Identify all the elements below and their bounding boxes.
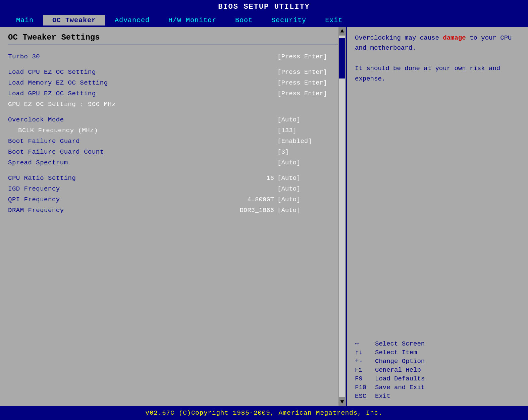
nav-item-boot[interactable]: Boot [226,15,262,25]
key-symbol-f9: F9 [355,375,375,382]
setting-label-gpu-ez-oc: GPU EZ OC Setting : 900 MHz [8,101,338,108]
panel-title: OC Tweaker Settings [8,33,338,42]
key-symbol-plusminus: +- [355,358,375,365]
key-desc-load-defaults: Load Defaults [375,375,425,382]
bios-screen: BIOS SETUP UTILITY Main OC Tweaker Advan… [0,0,528,420]
setting-value-boot-failure-guard: [Enabled] [277,138,338,145]
scrollbar[interactable]: ▲ ▼ [338,27,346,406]
key-desc-change-option: Change Option [375,358,425,365]
setting-load-gpu-ez[interactable]: Load GPU EZ OC Setting [Press Enter] [8,88,338,99]
setting-value-cpu-ratio: [Auto] [277,174,338,182]
nav-item-hw-monitor[interactable]: H/W Monitor [159,15,226,25]
setting-value-boot-failure-count: [3] [277,148,338,156]
setting-value-igd-freq: [Auto] [277,185,338,193]
setting-value-load-gpu-ez: [Press Enter] [277,90,338,97]
nav-item-advanced[interactable]: Advanced [105,15,159,25]
scrollbar-arrow-down[interactable]: ▼ [340,398,344,406]
key-desc-save-exit: Save and Exit [375,384,425,391]
setting-label-bclk-freq: BCLK Frequency (MHz) [8,127,277,134]
key-row-f1: F1 General Help [355,366,520,374]
nav-bar: Main OC Tweaker Advanced H/W Monitor Boo… [0,14,528,27]
setting-extra-cpu-ratio: 16 [251,174,277,182]
key-symbol-arrows-lr: ↔ [355,340,375,348]
setting-label-overclock-mode: Overclock Mode [8,116,277,123]
setting-label-load-mem-ez: Load Memory EZ OC Setting [8,79,277,87]
setting-turbo30[interactable]: Turbo 30 [Press Enter] [8,51,338,62]
help-line-1: Overclocking may cause [355,34,443,42]
spacer-1 [8,62,338,67]
setting-igd-freq[interactable]: IGD Frequency [Auto] [8,183,338,194]
right-panel: Overclocking may cause damage to your CP… [347,27,528,406]
setting-gpu-ez-oc: GPU EZ OC Setting : 900 MHz [8,99,338,110]
setting-overclock-mode[interactable]: Overclock Mode [Auto] [8,114,338,125]
main-content: OC Tweaker Settings Turbo 30 [Press Ente… [0,27,528,406]
key-row-select-screen: ↔ Select Screen [355,340,520,348]
setting-label-spread-spectrum: Spread Spectrum [8,159,277,166]
setting-extra-dram-freq: DDR3_1066 [240,207,277,214]
key-row-change-option: +- Change Option [355,358,520,365]
setting-bclk-freq[interactable]: BCLK Frequency (MHz) [133] [8,125,338,136]
nav-item-exit[interactable]: Exit [316,15,352,25]
setting-boot-failure-guard[interactable]: Boot Failure Guard [Enabled] [8,136,338,147]
setting-value-load-cpu-ez: [Press Enter] [277,68,338,76]
key-desc-general-help: General Help [375,366,421,374]
setting-label-load-gpu-ez: Load GPU EZ OC Setting [8,90,277,97]
setting-spread-spectrum[interactable]: Spread Spectrum [Auto] [8,157,338,168]
key-row-esc: ESC Exit [355,392,520,400]
title-bar: BIOS SETUP UTILITY [0,0,528,14]
scrollbar-thumb [339,38,345,78]
setting-load-cpu-ez[interactable]: Load CPU EZ OC Setting [Press Enter] [8,67,338,77]
setting-label-boot-failure-count: Boot Failure Guard Count [8,148,277,156]
panel-divider [8,45,338,45]
scrollbar-track[interactable] [339,36,345,397]
key-symbol-f1: F1 [355,366,375,374]
key-desc-select-screen: Select Screen [375,340,425,348]
setting-label-cpu-ratio: CPU Ratio Setting [8,174,251,182]
footer: v02.67C (C)Copyright 1985-2009, American… [0,406,528,420]
title-text: BIOS SETUP UTILITY [218,3,310,11]
nav-item-security[interactable]: Security [262,15,316,25]
setting-value-overclock-mode: [Auto] [277,116,338,123]
key-symbol-f10: F10 [355,384,375,391]
help-line-2: It should be done at your own risk and e… [355,65,500,82]
key-symbol-arrows-ud: ↑↓ [355,349,375,356]
setting-value-spread-spectrum: [Auto] [277,159,338,166]
key-row-f9: F9 Load Defaults [355,375,520,382]
spacer-2 [8,110,338,114]
setting-value-bclk-freq: [133] [277,127,338,134]
setting-label-load-cpu-ez: Load CPU EZ OC Setting [8,68,277,76]
key-row-select-item: ↑↓ Select Item [355,349,520,356]
spacer-3 [8,168,338,173]
setting-qpi-freq[interactable]: QPI Frequency 4.800GT [Auto] [8,194,338,205]
setting-dram-freq[interactable]: DRAM Frequency DDR3_1066 [Auto] [8,205,338,216]
setting-extra-qpi-freq: 4.800GT [247,196,277,203]
setting-label-qpi-freq: QPI Frequency [8,196,247,203]
setting-label-boot-failure-guard: Boot Failure Guard [8,138,277,145]
setting-label-igd-freq: IGD Frequency [8,185,277,193]
left-panel: OC Tweaker Settings Turbo 30 [Press Ente… [0,27,347,406]
setting-value-load-mem-ez: [Press Enter] [277,79,338,87]
help-text-block: Overclocking may cause damage to your CP… [355,33,520,84]
key-row-f10: F10 Save and Exit [355,384,520,391]
setting-value-dram-freq: [Auto] [277,207,338,214]
setting-value-turbo30: [Press Enter] [277,53,338,60]
settings-list: Turbo 30 [Press Enter] Load CPU EZ OC Se… [8,51,338,400]
key-desc-exit: Exit [375,392,390,400]
setting-value-qpi-freq: [Auto] [277,196,338,203]
setting-label-turbo30: Turbo 30 [8,53,277,60]
setting-label-dram-freq: DRAM Frequency [8,207,240,214]
footer-text: v02.67C (C)Copyright 1985-2009, American… [146,409,383,417]
key-help-section: ↔ Select Screen ↑↓ Select Item +- Change… [355,340,520,400]
nav-item-main[interactable]: Main [7,15,43,25]
help-word-damage: damage [443,34,466,42]
setting-load-mem-ez[interactable]: Load Memory EZ OC Setting [Press Enter] [8,77,338,88]
key-desc-select-item: Select Item [375,349,417,356]
setting-cpu-ratio[interactable]: CPU Ratio Setting 16 [Auto] [8,173,338,183]
key-symbol-esc: ESC [355,392,375,400]
setting-boot-failure-count[interactable]: Boot Failure Guard Count [3] [8,147,338,157]
nav-item-oc-tweaker[interactable]: OC Tweaker [43,15,105,25]
scrollbar-arrow-up[interactable]: ▲ [340,27,344,35]
